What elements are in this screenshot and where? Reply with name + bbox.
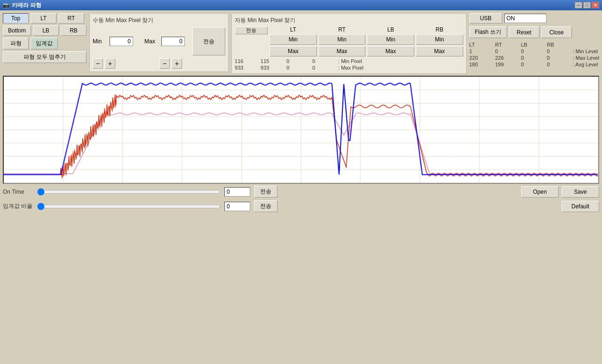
min-label: Min <box>93 38 106 45</box>
auto-rb-max-button[interactable]: Max <box>416 46 463 56</box>
auto-rb-min-button[interactable]: Min <box>416 34 463 45</box>
auto-lb-max-button[interactable]: Max <box>367 46 414 56</box>
open-button[interactable]: Open <box>521 186 559 198</box>
bottom-button[interactable]: Bottom <box>3 25 31 36</box>
title-bar-icon: 📷 <box>3 2 10 8</box>
max-decrement-button[interactable]: − <box>159 58 170 69</box>
chart-area <box>3 76 599 184</box>
auto-lt-min-button[interactable]: Min <box>269 34 317 45</box>
max-label: Max <box>144 38 158 45</box>
level-lb-avg: 0 <box>521 62 547 67</box>
level-header-lt: LT <box>469 42 495 47</box>
flash-section: USB Flash 쓰기 Reset Close LT RT LB RB 1 <box>469 13 599 67</box>
bottom-controls: On Time 전송 Open Save 임계값 비율 전송 Default <box>3 186 599 212</box>
top-button[interactable]: Top <box>3 13 29 24</box>
level-lb-min: 0 <box>521 48 547 54</box>
pixel-min-label: : Min Pixel <box>338 58 463 64</box>
pixel-rb-max: 0 <box>312 65 338 71</box>
max-increment-button[interactable]: + <box>172 58 182 69</box>
pixel-lb-min: 0 <box>286 58 312 64</box>
on-time-slider[interactable] <box>37 188 221 196</box>
rt-button[interactable]: RT <box>58 13 84 24</box>
auto-title: 자동 Min Max Pixel 찾기 <box>235 16 463 24</box>
auto-rt-max-button[interactable]: Max <box>318 46 366 56</box>
minimize-button[interactable]: ─ <box>575 2 582 8</box>
close-button[interactable]: Close <box>541 26 572 38</box>
level-lt-min: 1 <box>469 48 495 54</box>
shape-button[interactable]: 파형 <box>3 38 29 49</box>
title-bar: 📷 카메라 파형 ─ □ ✕ <box>0 0 602 10</box>
pixel-max-label: : Max Pixel <box>338 65 463 71</box>
level-rb-avg: 0 <box>547 62 573 67</box>
min-increment-button[interactable]: + <box>105 58 115 69</box>
main-chart <box>4 77 598 183</box>
max-input[interactable] <box>161 37 185 46</box>
reset-button[interactable]: Reset <box>509 26 539 38</box>
level-header-rt: RT <box>495 42 521 47</box>
level-rt-max: 226 <box>495 55 521 61</box>
auto-lt-max-button[interactable]: Max <box>269 46 317 56</box>
auto-header-rt: RT <box>318 26 366 33</box>
level-lt-max: 220 <box>469 55 495 61</box>
threshold-label: 임계값 비율 <box>3 202 33 210</box>
level-lb-max: 0 <box>521 55 547 61</box>
auto-lb-min-button[interactable]: Min <box>367 34 414 45</box>
send-threshold-button[interactable]: 전송 <box>254 200 277 212</box>
pixel-lt-min: 116 <box>235 58 261 64</box>
level-max-label: : Max Level <box>573 55 599 61</box>
maximize-button[interactable]: □ <box>583 2 591 8</box>
min-decrement-button[interactable]: − <box>93 58 103 69</box>
on-time-value[interactable] <box>224 187 250 197</box>
pixel-lt-max: 933 <box>235 65 261 71</box>
lt-button[interactable]: LT <box>31 13 56 24</box>
level-header-lb: LB <box>521 42 547 47</box>
threshold-button[interactable]: 임계값 <box>31 38 58 49</box>
pixel-lb-max: 0 <box>286 65 312 71</box>
pixel-rt-min: 115 <box>261 58 286 64</box>
level-rb-max: 0 <box>547 55 573 61</box>
manual-title: 수동 Min Max Pixel 찾기 <box>93 16 225 24</box>
main-content: Top LT RT Bottom LB RB 파형 임계값 파형 모두 멈추기 … <box>0 10 602 364</box>
threshold-slider[interactable] <box>37 203 221 210</box>
manual-section: 수동 Min Max Pixel 찾기 Min Max 전송 − + − + <box>89 13 229 72</box>
pixel-rt-max: 933 <box>261 65 286 71</box>
flash-write-button[interactable]: Flash 쓰기 <box>469 26 507 38</box>
auto-section: 자동 Min Max Pixel 찾기 전송 LT RT LB RB Min <box>231 13 467 74</box>
usb-button[interactable]: USB <box>469 13 502 24</box>
level-min-label: : Min Level <box>573 48 599 54</box>
title-bar-controls: ─ □ ✕ <box>575 2 599 8</box>
pixel-rb-min: 0 <box>312 58 338 64</box>
send-manual-button[interactable]: 전송 <box>192 27 225 55</box>
minmax-auto-button[interactable]: 전송 <box>235 26 268 34</box>
level-lt-avg: 180 <box>469 62 495 67</box>
open-save-group: Open Save <box>521 186 599 198</box>
auto-header-lb: LB <box>367 26 414 33</box>
threshold-value[interactable] <box>224 202 250 211</box>
usb-status-input[interactable] <box>504 14 547 23</box>
title-bar-text: 카메라 파형 <box>12 1 41 9</box>
auto-header-lt: LT <box>269 26 317 33</box>
on-time-label: On Time <box>3 189 33 195</box>
level-rb-min: 0 <box>547 48 573 54</box>
auto-rt-min-button[interactable]: Min <box>318 34 366 45</box>
level-rt-avg: 199 <box>495 62 521 67</box>
send-on-time-button[interactable]: 전송 <box>254 186 277 198</box>
min-input[interactable] <box>110 37 133 46</box>
auto-header-rb: RB <box>416 26 463 33</box>
close-window-button[interactable]: ✕ <box>592 2 599 8</box>
level-header-rb: RB <box>547 42 573 47</box>
save-button[interactable]: Save <box>562 186 599 198</box>
rb-button[interactable]: RB <box>61 25 87 36</box>
default-button[interactable]: Default <box>562 201 599 212</box>
level-rt-min: 0 <box>495 48 521 54</box>
level-avg-label: : Avg Level <box>573 62 599 67</box>
lb-button[interactable]: LB <box>33 25 59 36</box>
stop-all-button[interactable]: 파형 모두 멈추기 <box>3 51 87 63</box>
left-button-group: Top LT RT Bottom LB RB 파형 임계값 파형 모두 멈추기 <box>3 13 87 63</box>
